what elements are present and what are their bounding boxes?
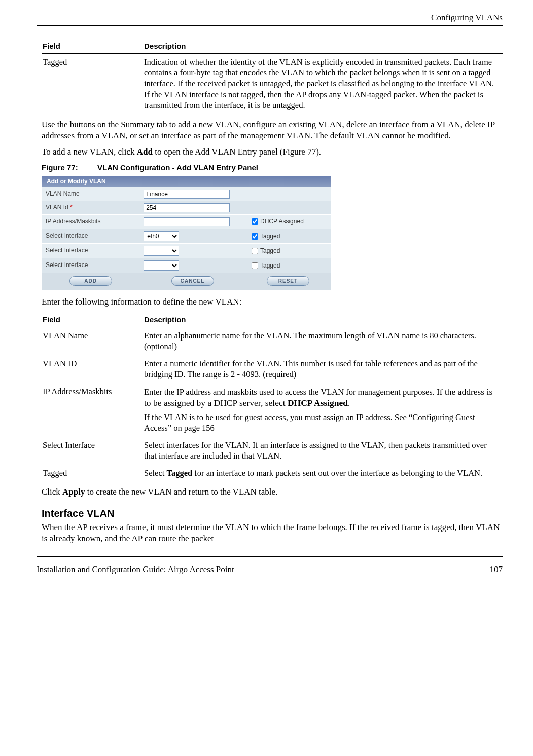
row-vlan-name: VLAN Name [42, 187, 331, 201]
footer: Installation and Configuration Guide: Ai… [37, 564, 503, 575]
col-field: Field [42, 313, 143, 327]
select-interface-2[interactable] [144, 246, 179, 256]
label-tagged: Tagged [260, 232, 280, 239]
bold-apply: Apply [62, 487, 85, 497]
select-interface-1[interactable]: eth0 [144, 231, 179, 241]
row-interface-3: Select Interface Tagged [42, 258, 331, 273]
text: Click [42, 487, 62, 497]
row-vlan-id: VLAN Id * [42, 201, 331, 215]
add-button[interactable]: ADD [69, 276, 112, 286]
label-vlan-id: VLAN Id * [42, 201, 139, 215]
checkbox-tagged-3[interactable] [252, 262, 258, 269]
panel-title: Add or Modify VLAN [42, 176, 331, 188]
paragraph: To add a new VLAN, click Add to open the… [42, 146, 503, 158]
cancel-button[interactable]: CANCEL [171, 276, 214, 286]
checkbox-tagged-1[interactable] [252, 233, 258, 240]
text: to create the new VLAN and return to the… [85, 487, 278, 497]
input-vlan-name[interactable] [144, 190, 230, 199]
label-vlan-name: VLAN Name [42, 187, 139, 201]
col-desc: Description [143, 313, 503, 327]
table-row: Tagged Select Tagged for an interface to… [42, 465, 503, 481]
input-vlan-id[interactable] [144, 203, 230, 212]
cell-desc: Enter a numeric identifier for the VLAN.… [143, 355, 503, 383]
table-row: Tagged Indication of whether the identit… [42, 53, 503, 114]
cell-desc: Select Tagged for an interface to mark p… [143, 465, 503, 481]
button-row: ADD CANCEL RESET [42, 273, 331, 290]
text: to open the Add VLAN Entry panel (Figure… [153, 147, 321, 157]
text: Enter the IP address and maskbits used t… [144, 387, 437, 397]
text: Select [144, 468, 166, 478]
text: To add a new VLAN, click [42, 147, 137, 157]
paragraph: When the AP receives a frame, it must de… [42, 522, 503, 544]
label-tagged: Tagged [260, 247, 280, 254]
page-number: 107 [490, 564, 503, 575]
running-header: Configuring VLANs [37, 12, 503, 23]
row-interface-1: Select Interface eth0 Tagged [42, 229, 331, 244]
cell-field: IP Address/Maskbits [42, 383, 143, 437]
figure-title: VLAN Configuration - Add VLAN Entry Pane… [97, 163, 258, 172]
row-interface-2: Select Interface Tagged [42, 244, 331, 258]
paragraph: Click Apply to create the new VLAN and r… [42, 486, 503, 498]
col-field: Field [42, 39, 143, 53]
checkbox-dhcp-assigned[interactable] [252, 218, 258, 225]
add-vlan-panel: Add or Modify VLAN VLAN Name VLAN Id * I… [42, 176, 331, 291]
table-row: VLAN Name Enter an alphanumeric name for… [42, 327, 503, 355]
label-select-interface: Select Interface [42, 258, 139, 273]
cell-field: VLAN Name [42, 327, 143, 355]
cell-field: Select Interface [42, 437, 143, 465]
figure-number: Figure 77: [42, 163, 97, 173]
text: If the VLAN is to be used for guest acce… [144, 412, 499, 434]
reset-button[interactable]: RESET [267, 276, 309, 286]
field-table-tagged: Field Description Tagged Indication of w… [42, 39, 503, 114]
paragraph: Use the buttons on the Summary tab to ad… [42, 119, 503, 141]
cell-desc: Select interfaces for the VLAN. If an in… [143, 437, 503, 465]
row-ip-address: IP Address/Maskbits DHCP Assigned [42, 215, 331, 229]
header-divider [37, 25, 503, 26]
text: VLAN Id [46, 204, 68, 211]
checkbox-tagged-2[interactable] [252, 248, 258, 254]
col-desc: Description [143, 39, 503, 53]
cell-desc: Indication of whether the identity of th… [143, 53, 503, 114]
bold-add: Add [137, 147, 153, 157]
text: for an interface to mark packets sent ou… [192, 468, 482, 478]
text: . [348, 398, 350, 408]
figure-caption: Figure 77:VLAN Configuration - Add VLAN … [42, 163, 503, 173]
select-interface-3[interactable] [144, 260, 179, 271]
cell-desc: Enter an alphanumeric name for the VLAN.… [143, 327, 503, 355]
subheading-interface-vlan: Interface VLAN [42, 507, 503, 520]
label-ip-address: IP Address/Maskbits [42, 215, 139, 229]
footer-divider [37, 556, 503, 557]
bold-tagged: Tagged [166, 468, 192, 478]
paragraph: Enter the following information to defin… [42, 296, 503, 308]
bold-dhcp-assigned: DHCP Assigned [288, 398, 348, 408]
field-table-define-vlan: Field Description VLAN Name Enter an alp… [42, 313, 503, 481]
table-row: IP Address/Maskbits Enter the IP address… [42, 383, 503, 437]
cell-field: Tagged [42, 53, 143, 114]
cell-field: Tagged [42, 465, 143, 481]
input-ip-address[interactable] [144, 217, 230, 226]
label-select-interface: Select Interface [42, 229, 139, 244]
label-select-interface: Select Interface [42, 244, 139, 258]
table-row: VLAN ID Enter a numeric identifier for t… [42, 355, 503, 383]
cell-desc: Enter the IP address and maskbits used t… [143, 383, 503, 437]
cell-field: VLAN ID [42, 355, 143, 383]
label-tagged: Tagged [260, 261, 280, 269]
required-asterisk: * [70, 204, 73, 211]
table-row: Select Interface Select interfaces for t… [42, 437, 503, 465]
label-dhcp-assigned: DHCP Assigned [260, 218, 304, 225]
footer-left: Installation and Configuration Guide: Ai… [37, 564, 234, 575]
